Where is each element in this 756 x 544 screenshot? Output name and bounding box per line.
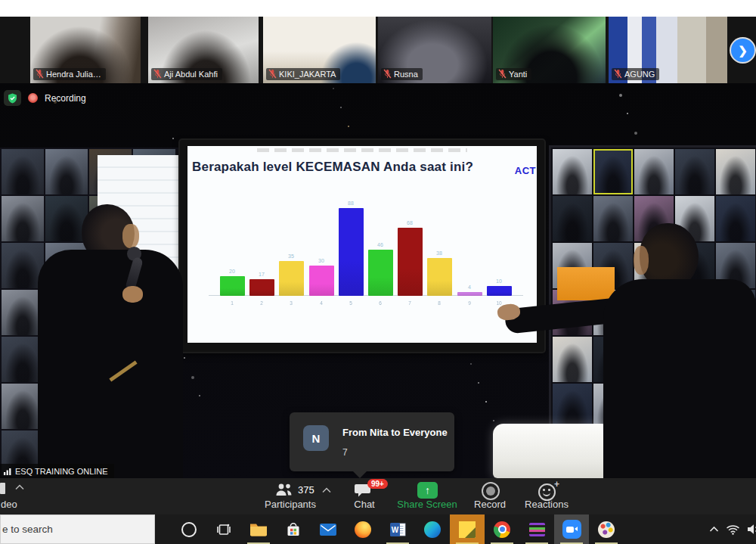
system-tray — [709, 514, 756, 544]
participant-tile[interactable]: AGUNG — [609, 17, 727, 83]
act-logo: ACT — [515, 165, 536, 176]
chat-unread-badge: 99+ — [367, 479, 388, 489]
chat-avatar: N — [303, 425, 329, 451]
bar-value-label: 30 — [306, 258, 336, 263]
participant-filmstrip: Hendra Julia… Aji Abdul Kahfi KIKI_JAKAR… — [0, 17, 756, 83]
participants-label: Participants — [249, 499, 331, 510]
word-icon[interactable]: W — [380, 514, 415, 544]
zoom-app-icon[interactable] — [554, 514, 589, 544]
browser-header-blur — [257, 148, 466, 152]
bar-category-label: 4 — [306, 300, 336, 306]
firefox-icon[interactable] — [345, 514, 380, 544]
bar-category-label: 1 — [217, 300, 247, 306]
chart-bar — [398, 228, 423, 296]
bar-value-label: 38 — [424, 250, 454, 256]
chart-bar — [427, 258, 452, 296]
participant-name-label: Yanti — [496, 68, 531, 80]
participant-name-label: Aji Abdul Kahfi — [151, 68, 222, 80]
volume-icon[interactable] — [747, 524, 756, 535]
microsoft-store-icon[interactable] — [276, 514, 311, 544]
chat-popup-message: 7 — [342, 447, 348, 458]
participant-tile[interactable]: Yanti — [493, 17, 606, 83]
participant-tile[interactable]: Aji Abdul Kahfi — [148, 17, 259, 83]
gallery-tile — [2, 149, 44, 194]
chart-bar — [309, 266, 334, 296]
participant-tile[interactable]: Hendra Julia… — [30, 17, 141, 83]
participant-name-label: KIKI_JAKARTA — [266, 68, 340, 80]
record-label: Record — [460, 499, 520, 510]
edge-icon[interactable] — [415, 514, 450, 544]
presentation-screen: Berapakah level KECEMASAN Anda saat ini?… — [180, 140, 544, 352]
participant-tile[interactable]: Rusna — [378, 17, 491, 83]
participants-count: 375 — [298, 484, 314, 496]
svg-text:W: W — [392, 526, 399, 534]
chart-bar — [368, 250, 393, 296]
participant-name-label: AGUNG — [612, 68, 659, 80]
chrome-icon[interactable] — [485, 514, 519, 544]
tray-expand-icon[interactable] — [709, 526, 719, 533]
star — [191, 376, 194, 379]
star — [493, 420, 494, 421]
star — [634, 132, 637, 135]
meeting-status-row: Recording — [4, 90, 86, 106]
taskbar-search-input[interactable]: e to search — [0, 514, 155, 544]
winrar-icon[interactable] — [519, 514, 554, 544]
bar-value-label: 35 — [276, 253, 306, 259]
gallery-tile — [553, 196, 592, 241]
poll-question-title: Berapakah level KECEMASAN Anda saat ini? — [192, 160, 494, 175]
muted-mic-icon — [36, 69, 44, 79]
share-screen-label: Share Screen — [389, 499, 465, 510]
recording-dot-icon — [28, 93, 38, 103]
star — [627, 113, 628, 114]
bar-category-label: 6 — [365, 300, 395, 306]
bar-value-label: 17 — [246, 272, 277, 277]
file-explorer-icon[interactable] — [241, 514, 276, 544]
reactions-label: Reactions — [513, 499, 581, 510]
muted-mic-icon — [268, 69, 277, 79]
paint-icon[interactable] — [589, 514, 624, 544]
chat-popup-title: From Nita to Everyone — [342, 427, 448, 438]
mail-icon[interactable] — [311, 514, 345, 544]
bar-value-label: 10 — [484, 278, 514, 284]
star — [340, 107, 342, 108]
presenter-right — [597, 223, 756, 478]
filmstrip-next-button[interactable]: ❯ — [731, 39, 754, 62]
window-top-strip — [0, 0, 756, 17]
star — [478, 382, 479, 384]
video-button-label: deo — [1, 499, 31, 510]
task-view-icon[interactable] — [206, 514, 241, 544]
chart-bar — [279, 261, 304, 296]
bar-value-label: 4 — [454, 284, 485, 290]
recording-label: Recording — [45, 93, 86, 104]
bar-category-label: 7 — [395, 300, 425, 306]
share-screen-icon: ↑ — [417, 482, 438, 499]
bar-value-label: 88 — [336, 201, 366, 206]
bar-category-label: 8 — [424, 300, 454, 306]
taskbar-app-row: W — [172, 514, 624, 544]
active-speaker-label: ESQ TRAINING ONLINE — [0, 464, 114, 478]
audio-level-icon — [3, 467, 12, 476]
gallery-tile — [553, 337, 592, 382]
windows-taskbar: e to search W — [0, 514, 756, 544]
chevron-up-icon[interactable] — [322, 487, 331, 493]
muted-mic-icon — [153, 69, 162, 79]
sticky-notes-icon[interactable] — [450, 514, 485, 544]
gallery-tile — [675, 149, 714, 194]
security-shield-icon[interactable] — [4, 90, 21, 106]
chat-label: Chat — [340, 499, 389, 510]
muted-mic-icon — [383, 69, 392, 79]
participant-tile[interactable]: KIKI_JAKARTA — [263, 17, 376, 83]
star — [470, 363, 472, 365]
chart-bar — [487, 286, 512, 296]
cortana-icon[interactable] — [172, 514, 206, 544]
participant-name-label: Rusna — [381, 68, 423, 80]
menti-slide: Berapakah level KECEMASAN Anda saat ini?… — [187, 146, 537, 343]
gallery-tile — [553, 384, 592, 427]
bar-value-label: 68 — [395, 220, 425, 225]
bar-category-label: 5 — [336, 300, 366, 306]
chart-bar — [220, 276, 245, 296]
chat-notification-popup[interactable]: N From Nita to Everyone 7 — [290, 412, 454, 471]
muted-mic-icon — [498, 69, 507, 79]
wifi-icon[interactable] — [726, 524, 740, 535]
chevron-up-icon[interactable] — [15, 484, 24, 490]
